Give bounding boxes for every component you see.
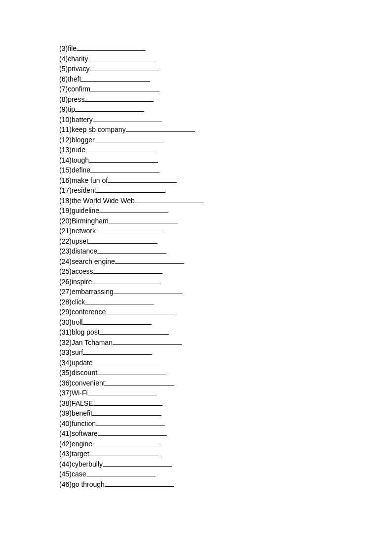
list-item: (33)surf <box>59 347 392 358</box>
list-item: (21)network <box>59 226 392 236</box>
fill-in-blank[interactable] <box>93 266 162 274</box>
item-number: 17 <box>62 186 70 194</box>
item-number: 10 <box>62 116 70 124</box>
item-number: 39 <box>62 409 70 417</box>
item-number: 40 <box>62 420 70 427</box>
list-item: (3)file <box>59 43 392 54</box>
fill-in-blank[interactable] <box>92 408 161 416</box>
fill-in-blank[interactable] <box>90 64 159 71</box>
fill-in-blank[interactable] <box>88 54 157 61</box>
fill-in-blank[interactable] <box>75 104 144 112</box>
item-number: 18 <box>62 197 70 205</box>
list-item: (6)theft <box>59 74 392 85</box>
item-word: case <box>72 470 86 478</box>
item-number: 23 <box>62 247 70 255</box>
fill-in-blank[interactable] <box>88 236 157 244</box>
item-number: 46 <box>62 480 70 488</box>
item-number: 22 <box>62 237 70 245</box>
list-item: (43)target <box>59 449 392 459</box>
item-number: 35 <box>62 369 70 377</box>
fill-in-blank[interactable] <box>84 94 154 102</box>
fill-in-blank[interactable] <box>85 297 154 304</box>
item-word: access <box>72 267 93 275</box>
fill-in-blank[interactable] <box>89 449 158 456</box>
fill-in-blank[interactable] <box>90 84 159 91</box>
item-number: 29 <box>62 308 70 316</box>
list-item: (39)benefit <box>59 408 392 419</box>
fill-in-blank[interactable] <box>96 185 165 193</box>
list-item: (16)make fun of <box>59 175 392 186</box>
item-word: target <box>72 450 89 458</box>
item-number: 19 <box>62 207 70 214</box>
list-item: (35)discount <box>59 368 392 378</box>
item-number: 32 <box>62 339 70 346</box>
list-item: (15)define <box>59 165 392 175</box>
fill-in-blank[interactable] <box>92 277 161 284</box>
list-item: (14)tough <box>59 155 392 166</box>
fill-in-blank[interactable] <box>115 256 184 264</box>
fill-in-blank[interactable] <box>82 317 152 325</box>
item-word: define <box>72 166 90 174</box>
fill-in-blank[interactable] <box>108 175 177 183</box>
fill-in-blank[interactable] <box>103 459 172 467</box>
fill-in-blank[interactable] <box>98 428 167 436</box>
item-number: 28 <box>62 298 70 306</box>
fill-in-blank[interactable] <box>100 327 169 335</box>
fill-in-blank[interactable] <box>113 338 182 345</box>
fill-in-blank[interactable] <box>96 226 165 233</box>
fill-in-blank[interactable] <box>95 135 164 142</box>
item-word: keep sb company <box>72 126 126 133</box>
item-number: 25 <box>62 267 70 275</box>
fill-in-blank[interactable] <box>93 358 162 365</box>
list-item: (37)Wi-Fi <box>59 388 392 398</box>
list-item: (34)update <box>59 358 392 368</box>
item-number: 33 <box>62 348 70 356</box>
item-word: surf <box>72 348 83 356</box>
fill-in-blank[interactable] <box>88 388 157 395</box>
item-word: cyberbully <box>72 460 103 468</box>
fill-in-blank[interactable] <box>99 206 168 213</box>
list-item: (31)blog post <box>59 327 392 338</box>
item-word: guideline <box>72 207 99 214</box>
item-word: confirm <box>68 85 90 93</box>
fill-in-blank[interactable] <box>97 246 166 254</box>
fill-in-blank[interactable] <box>126 125 195 132</box>
fill-in-blank[interactable] <box>105 479 174 487</box>
list-item: (13)rude <box>59 145 392 155</box>
item-word: click <box>72 298 85 306</box>
list-item: (12)blogger <box>59 135 392 145</box>
list-item: (24)search engine <box>59 256 392 267</box>
fill-in-blank[interactable] <box>77 43 146 51</box>
list-item: (8)press <box>59 94 392 105</box>
item-number: 38 <box>62 399 70 407</box>
fill-in-blank[interactable] <box>109 216 178 223</box>
fill-in-blank[interactable] <box>86 469 156 476</box>
fill-in-blank[interactable] <box>97 368 166 375</box>
fill-in-blank[interactable] <box>89 155 158 163</box>
item-word: engine <box>72 440 92 448</box>
fill-in-blank[interactable] <box>85 145 155 152</box>
fill-in-blank[interactable] <box>96 419 165 426</box>
item-word: Birmingham <box>72 217 109 225</box>
fill-in-blank[interactable] <box>81 74 150 82</box>
item-word: convenient <box>72 379 105 387</box>
fill-in-blank[interactable] <box>83 347 152 355</box>
fill-in-blank[interactable] <box>92 439 161 446</box>
item-number: 30 <box>62 318 70 326</box>
item-word: function <box>72 420 96 427</box>
item-word: conference <box>72 308 106 316</box>
list-item: (27)embarrassing <box>59 287 392 297</box>
item-number: 11 <box>62 126 70 133</box>
fill-in-blank[interactable] <box>135 196 204 203</box>
item-number: 12 <box>62 136 70 144</box>
item-number: 15 <box>62 166 70 174</box>
list-item: (18)the World Wide Web <box>59 196 392 206</box>
fill-in-blank[interactable] <box>93 115 162 122</box>
fill-in-blank[interactable] <box>114 287 183 294</box>
item-number: 20 <box>62 217 70 225</box>
fill-in-blank[interactable] <box>93 398 162 406</box>
fill-in-blank[interactable] <box>105 378 174 385</box>
fill-in-blank[interactable] <box>106 307 175 314</box>
fill-in-blank[interactable] <box>90 165 159 172</box>
list-item: (41)software <box>59 428 392 439</box>
